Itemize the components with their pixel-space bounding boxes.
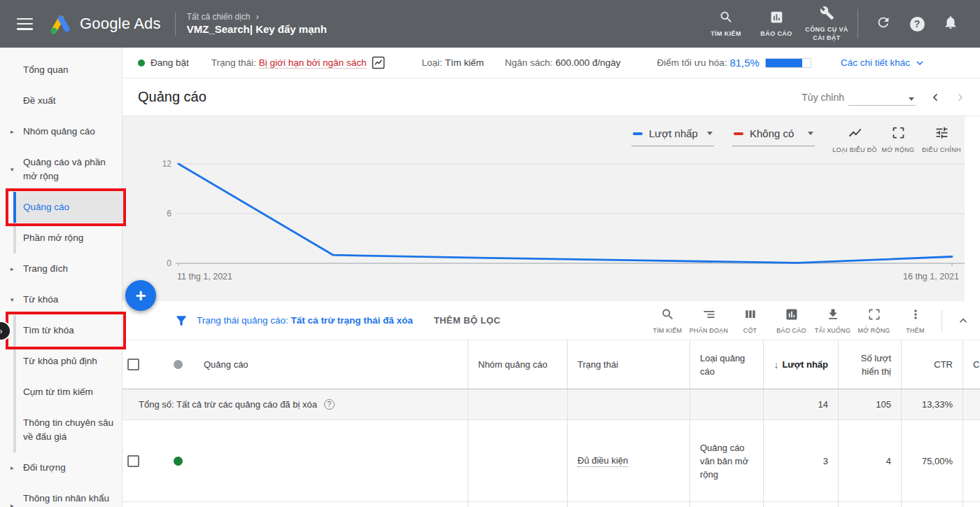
next-page-button[interactable] xyxy=(951,88,969,106)
adjust-button[interactable]: ĐIỀU CHỈNH xyxy=(920,125,963,153)
sidebar-item-qu-ng-c-o-v-ph-n-m-r-ng[interactable]: ▾Quảng cáo và phần mở rộng xyxy=(0,147,122,192)
series-swatch-icon xyxy=(734,132,743,135)
select-all-checkbox[interactable] xyxy=(127,359,139,370)
metric-select-2[interactable]: Không có xyxy=(732,125,815,146)
total-row-label: Tổng số: Tất cả trừ các quảng cáo đã bị … xyxy=(122,389,468,419)
column-header-adtype[interactable]: Loại quảng cáo xyxy=(690,340,763,389)
chevron-right-icon: ▸ xyxy=(10,461,14,475)
enabled-dot-icon xyxy=(138,60,145,67)
sidebar-item--xu-t[interactable]: Đề xuất xyxy=(0,85,122,116)
menu-icon[interactable] xyxy=(17,18,33,30)
column-header-cpc[interactable]: CP xyxy=(962,340,980,389)
status-value-link[interactable]: Bị giới hạn bởi ngân sách xyxy=(259,57,367,69)
chevron-down-icon: ▾ xyxy=(10,293,14,307)
toolbar-more-button[interactable]: THÊM xyxy=(895,307,936,334)
dropdown-arrow-icon xyxy=(707,132,713,135)
sidebar-item-c-m-t-t-m-ki-m[interactable]: Cụm từ tìm kiếm xyxy=(0,377,122,408)
filter-funnel-icon[interactable] xyxy=(174,314,188,328)
time-series-chart: 126011 thg 1, 202116 thg 1, 2021 xyxy=(122,157,965,297)
chart-type-button[interactable]: LOẠI BIỂU ĐỒ xyxy=(833,125,876,153)
column-header-status[interactable]: Trạng thái xyxy=(567,340,690,389)
sidebar-item-th-ng-tin-nh-n-kh-u-h-c[interactable]: ▸Thông tin nhân khẩu học xyxy=(0,483,122,507)
bid-strategy-report-icon[interactable] xyxy=(372,56,385,69)
optimization-value: 81,5% xyxy=(729,57,760,69)
page-title: Quảng cáo xyxy=(138,89,206,105)
sidebar-item-trang-ch[interactable]: ▸Trang đích xyxy=(0,254,122,284)
expand-button[interactable]: MỞ RỘNG xyxy=(876,125,920,153)
column-header-dot[interactable] xyxy=(162,340,194,389)
toolbar-report-button[interactable]: BÁO CÁO xyxy=(771,307,812,334)
toolbar-expand-button[interactable]: MỞ RỘNG xyxy=(853,307,895,334)
tree-rail xyxy=(13,408,16,452)
tools-icon xyxy=(820,6,834,23)
expand-icon xyxy=(891,125,906,143)
sidebar-item-ph-n-m-r-ng[interactable]: Phần mở rộng xyxy=(0,223,122,254)
active-filter-chip[interactable]: Trạng thái quảng cáo: Tất cả trừ trạng t… xyxy=(197,315,413,326)
sidebar-item-qu-ng-c-o[interactable]: Quảng cáo xyxy=(0,192,122,223)
toolbar-search-button[interactable]: TÌM KIẾM xyxy=(647,307,688,334)
help-button[interactable]: ? xyxy=(900,7,934,41)
tree-rail xyxy=(13,346,16,377)
google-ads-logo-icon[interactable] xyxy=(49,12,73,36)
breadcrumb-current-campaign[interactable]: VMZ_Search| Key đẩy mạnh xyxy=(187,24,327,36)
sidebar-item-t-kh-a-ph-nh[interactable]: Từ khóa phủ định xyxy=(0,346,122,377)
sidebar-item-t-kh-a[interactable]: ▾Từ khóa xyxy=(0,284,122,315)
chevron-down-icon[interactable] xyxy=(914,57,925,69)
help-circle-icon[interactable]: ? xyxy=(324,399,335,410)
topbar-report-button[interactable]: BÁO CÁO xyxy=(751,10,802,39)
optimization-progress-bar xyxy=(765,58,811,68)
series-swatch-icon xyxy=(633,132,643,135)
column-header-clicks[interactable]: ↓Lượt nhấp xyxy=(763,340,838,389)
notifications-button[interactable] xyxy=(934,7,967,41)
more-details-link[interactable]: Các chi tiết khác xyxy=(841,57,910,68)
customize-select[interactable] xyxy=(848,89,916,106)
sidebar-item-label: Từ khóa xyxy=(23,294,58,305)
prev-page-button[interactable] xyxy=(927,88,945,106)
row-checkbox[interactable] xyxy=(127,455,139,467)
toolbar-segment-button[interactable]: PHÂN ĐOẠN xyxy=(688,307,729,334)
type-label: Loại: xyxy=(421,57,442,68)
svg-text:12: 12 xyxy=(162,159,172,169)
column-header-impr[interactable]: Số lượt hiển thị xyxy=(838,340,901,389)
column-header-ad[interactable]: Quảng cáo xyxy=(194,340,468,389)
sidebar-item-label: Thông tin nhân khẩu học xyxy=(23,493,109,507)
add-fab-button[interactable]: + xyxy=(125,280,156,311)
performance-chart-panel: Lượt nhấpKhông cóLOẠI BIỂU ĐỒMỞ RỘNGĐIỀU… xyxy=(122,116,965,301)
help-icon: ? xyxy=(910,17,925,32)
chevron-right-icon: ▸ xyxy=(10,125,14,139)
table-row: Đủ điều kiệnQuảng cáo văn bản mở rộng347… xyxy=(122,420,980,502)
add-filter-button[interactable]: THÊM BỘ LỌC xyxy=(434,315,500,326)
sidebar-item-nh-m-qu-ng-c-o[interactable]: ▸Nhóm quảng cáo xyxy=(0,116,122,147)
sidebar-item-t-m-t-kh-a[interactable]: Tìm từ khóa xyxy=(0,315,122,346)
refresh-button[interactable] xyxy=(867,7,900,41)
budget-label: Ngân sách: xyxy=(505,57,552,68)
enabled-dot-icon xyxy=(174,457,183,466)
sidebar-item-label: Quảng cáo xyxy=(23,202,69,212)
status-dot-icon xyxy=(174,360,183,369)
customize-control: Tùy chỉnh xyxy=(802,88,969,106)
report-icon xyxy=(785,307,799,324)
toolbar-columns-button[interactable]: CỘT xyxy=(729,307,771,334)
sidebar-item--i-t-ng[interactable]: ▸Đối tượng xyxy=(0,452,122,483)
chart-legend-row: Lượt nhấpKhông cóLOẠI BIỂU ĐỒMỞ RỘNGĐIỀU… xyxy=(122,125,965,157)
breadcrumb-parent[interactable]: Tất cả chiến dịch xyxy=(187,13,251,22)
row-cell-status[interactable]: Đủ điều kiện xyxy=(567,420,690,501)
column-header-adgroup[interactable]: Nhóm quảng cáo xyxy=(468,340,567,389)
topbar-tools-button[interactable]: CÔNG CỤ VÀ CÀI ĐẶT xyxy=(802,6,852,42)
chevron-right-icon: ▸ xyxy=(10,262,14,276)
toolbar-download-button[interactable]: TẢI XUỐNG xyxy=(812,307,853,334)
more-icon xyxy=(909,307,923,324)
column-header-checkbox[interactable] xyxy=(122,340,162,389)
total-adtype xyxy=(690,389,763,419)
topbar-search-button[interactable]: TÌM KIẾM xyxy=(701,10,751,39)
sidebar-item-label: Quảng cáo và phần mở rộng xyxy=(23,157,106,181)
metric-select-1[interactable]: Lượt nhấp xyxy=(631,125,714,146)
svg-text:11 thg 1, 2021: 11 thg 1, 2021 xyxy=(177,272,232,282)
collapse-table-button[interactable] xyxy=(949,307,977,335)
sidebar-item-t-ng-quan[interactable]: Tổng quan xyxy=(0,55,122,85)
column-header-ctr[interactable]: CTR xyxy=(901,340,962,389)
breadcrumb: Tất cả chiến dịch › VMZ_Search| Key đẩy … xyxy=(187,12,327,36)
tree-rail xyxy=(13,223,16,254)
chart-type-icon xyxy=(848,125,862,143)
sidebar-item-th-ng-tin-chuy-n-s-u-v-u-gi-[interactable]: Thông tin chuyên sâu về đấu giá xyxy=(0,408,122,452)
